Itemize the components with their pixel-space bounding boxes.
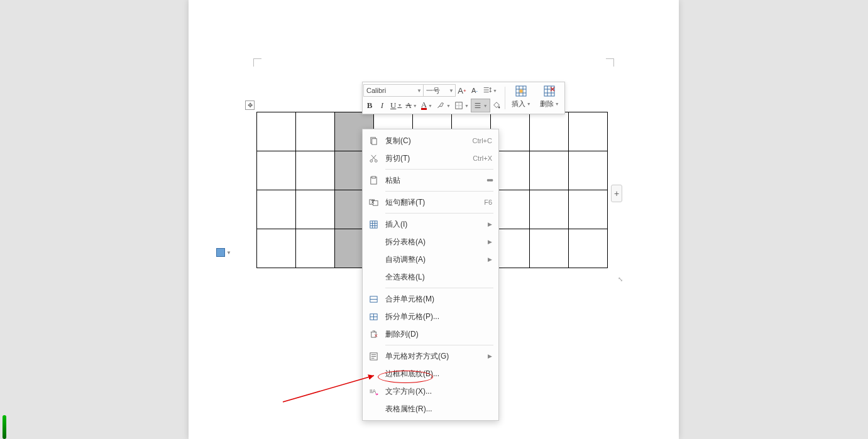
split-cell-icon [368, 311, 379, 322]
table-cell[interactable] [569, 151, 608, 190]
text-direction-icon: IIA [368, 386, 379, 397]
grow-font-button[interactable]: A+ [456, 84, 468, 97]
merge-icon [368, 293, 379, 305]
menu-borders-shading[interactable]: 边框和底纹(B)... [363, 365, 498, 382]
table-cell[interactable] [296, 190, 335, 229]
menu-merge-cells[interactable]: 合并单元格(M) [363, 290, 498, 308]
svg-rect-3 [544, 86, 554, 96]
delete-label: 删除 [540, 99, 554, 109]
menu-text-direction[interactable]: IIA 文字方向(X)... [363, 382, 498, 400]
menu-cell-align[interactable]: 单元格对齐方式(G) ▶ [363, 347, 498, 365]
separator [385, 191, 493, 192]
paste-icon [216, 248, 225, 257]
scrollbar-indicator [3, 415, 6, 439]
insert-table-icon [515, 85, 527, 97]
underline-button[interactable]: U▼ [388, 99, 404, 112]
paste-icon [368, 175, 379, 186]
font-size-field[interactable]: 一号 ▼ [423, 84, 456, 97]
context-menu: 复制(C) Ctrl+C 剪切(T) Ctrl+X 粘贴 ••• 文 短句翻译(… [362, 129, 499, 421]
delete-group[interactable]: 删除▼ [536, 83, 564, 113]
bold-button[interactable]: B [363, 99, 376, 112]
delete-table-icon [544, 85, 555, 97]
svg-point-6 [370, 160, 372, 162]
menu-translate[interactable]: 文 短句翻译(T) F6 [363, 193, 498, 211]
chevron-down-icon: ▼ [226, 250, 231, 256]
menu-paste[interactable]: 粘贴 ••• [363, 171, 498, 189]
svg-rect-13 [370, 220, 376, 227]
chevron-right-icon: ▶ [488, 353, 492, 359]
table-cell[interactable] [257, 151, 296, 190]
table-cell[interactable] [530, 229, 569, 268]
svg-rect-5 [371, 138, 376, 144]
svg-rect-2 [520, 90, 523, 93]
font-color-button[interactable]: A▼ [419, 99, 434, 112]
chevron-down-icon: ▼ [413, 104, 417, 108]
table-cell[interactable] [569, 190, 608, 229]
chevron-down-icon: ▼ [464, 104, 469, 108]
align-button[interactable]: ▼ [471, 99, 490, 112]
table-resize-handle[interactable]: ⤡ [616, 274, 625, 283]
insert-group[interactable]: 插入▼ [507, 83, 536, 113]
copy-icon [368, 135, 379, 146]
menu-cut[interactable]: 剪切(T) Ctrl+X [363, 149, 498, 167]
table-cell[interactable] [257, 112, 296, 151]
table-cell[interactable] [530, 190, 569, 229]
table-move-handle[interactable]: ✥ [245, 100, 255, 110]
table-cell[interactable] [569, 112, 608, 151]
insert-icon [368, 219, 379, 230]
more-icon: ••• [486, 175, 492, 185]
table-cell[interactable] [530, 151, 569, 190]
separator [385, 345, 493, 345]
chevron-down-icon: ▼ [446, 104, 451, 108]
shading-button[interactable] [490, 99, 503, 112]
translate-icon: 文 [368, 197, 379, 208]
delete-column-icon [368, 328, 379, 340]
chevron-right-icon: ▶ [488, 239, 492, 245]
font-size-value: 一号 [426, 86, 440, 95]
chevron-right-icon: ▶ [488, 221, 492, 227]
table-cell[interactable] [569, 229, 608, 268]
chevron-down-icon: ▼ [493, 89, 497, 93]
table-cell[interactable] [296, 229, 335, 268]
menu-insert[interactable]: 插入(I) ▶ [363, 215, 498, 233]
chevron-down-icon: ▼ [397, 103, 402, 108]
separator [385, 169, 493, 170]
menu-copy[interactable]: 复制(C) Ctrl+C [363, 132, 498, 149]
table-cell[interactable] [296, 112, 335, 151]
menu-autofit[interactable]: 自动调整(A) ▶ [363, 251, 498, 268]
menu-split-cells[interactable]: 拆分单元格(P)... [363, 308, 498, 325]
add-column-button[interactable]: + [611, 185, 622, 202]
highlight-button[interactable]: ▼ [434, 99, 453, 112]
cut-icon [368, 153, 379, 164]
menu-delete-column[interactable]: 删除列(D) [363, 325, 498, 343]
chevron-down-icon: ▼ [483, 104, 488, 108]
separator [385, 213, 493, 214]
mini-toolbar: Calibri ▼ 一号 ▼ A+ A- ▼ B [362, 82, 565, 114]
font-name-field[interactable]: Calibri ▼ [363, 84, 424, 97]
table-cell[interactable] [257, 229, 296, 268]
svg-rect-9 [371, 176, 375, 178]
svg-text:文: 文 [370, 199, 374, 203]
table-cell[interactable] [296, 151, 335, 190]
table-cell[interactable] [257, 190, 296, 229]
menu-table-properties[interactable]: 表格属性(R)... [363, 400, 498, 418]
font-name-value: Calibri [366, 87, 386, 94]
chevron-down-icon: ▼ [527, 102, 531, 106]
line-spacing-button[interactable]: ▼ [481, 84, 499, 97]
chevron-down-icon: ▼ [555, 102, 559, 106]
menu-select-table[interactable]: 全选表格(L) [363, 268, 498, 286]
strikethrough-button[interactable]: A▼ [404, 99, 419, 112]
borders-button[interactable]: ▼ [453, 99, 471, 112]
table-cell[interactable] [530, 112, 569, 151]
chevron-down-icon: ▼ [449, 88, 454, 94]
separator [505, 87, 505, 109]
separator [385, 288, 493, 288]
chevron-right-icon: ▶ [488, 256, 492, 263]
menu-split-table[interactable]: 拆分表格(A) ▶ [363, 233, 498, 251]
italic-button[interactable]: I [376, 99, 388, 112]
svg-text:IIA: IIA [369, 388, 376, 394]
paste-options-button[interactable]: ▼ [216, 247, 231, 258]
shrink-font-button[interactable]: A- [468, 84, 481, 97]
align-icon [368, 350, 379, 362]
svg-point-7 [375, 160, 377, 162]
